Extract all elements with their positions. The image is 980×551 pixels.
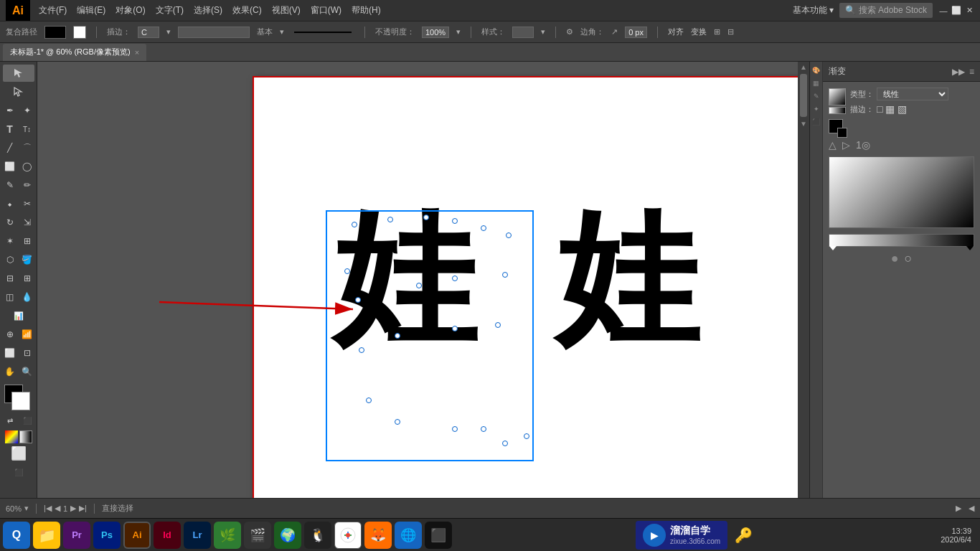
zoom-value[interactable]: 60% xyxy=(6,504,22,513)
taskbar-app10[interactable]: 🐧 xyxy=(304,522,331,549)
ellipse-tool[interactable]: ◯ xyxy=(19,158,35,175)
fill-swatch[interactable] xyxy=(44,26,66,39)
gradient-tool[interactable]: ◫ xyxy=(2,288,18,306)
taskbar-indesign[interactable]: Id xyxy=(154,522,181,549)
artboard-tool[interactable]: ⬜ xyxy=(2,344,18,362)
direct-selection-tool[interactable] xyxy=(3,83,34,100)
interpolation-value[interactable]: C xyxy=(138,27,159,38)
taskbar-chrome[interactable] xyxy=(334,522,362,549)
curvature-tool[interactable]: ✦ xyxy=(19,102,35,119)
taskbar-qbrowser[interactable]: Q xyxy=(3,522,30,549)
gradient-swatch[interactable] xyxy=(829,88,846,105)
rotate-tool[interactable]: ↻ xyxy=(2,214,18,231)
page-next[interactable]: ▶ xyxy=(70,504,76,513)
taskbar-app7[interactable]: 🌿 xyxy=(214,522,241,549)
slice-tool[interactable]: ⊡ xyxy=(19,344,35,362)
pen-tool[interactable]: ✒ xyxy=(2,102,18,119)
tab-close-button[interactable]: × xyxy=(135,48,139,57)
taskbar-illustrator[interactable]: Ai xyxy=(123,522,151,549)
page-first[interactable]: |◀ xyxy=(44,504,52,513)
stroke-arrow[interactable]: ▾ xyxy=(280,27,284,37)
gradient-bar-mini[interactable] xyxy=(829,107,846,114)
arc-tool[interactable]: ⌒ xyxy=(19,139,35,156)
drawing-modes[interactable]: ⬛ xyxy=(3,463,34,481)
menu-help[interactable]: 帮助(H) xyxy=(347,3,385,18)
menu-object[interactable]: 对象(O) xyxy=(111,3,149,18)
maximize-button[interactable]: ⬜ xyxy=(951,6,961,16)
brushes-icon[interactable]: ✎ xyxy=(811,90,822,102)
scroll-thumb-vertical[interactable] xyxy=(800,74,807,117)
taskbar-maps[interactable]: 🌍 xyxy=(274,522,301,549)
taskbar-firefox[interactable]: 🦊 xyxy=(364,522,392,549)
close-button[interactable]: ✕ xyxy=(964,6,974,16)
gradient-reverse-icon[interactable]: ▷ xyxy=(842,139,850,151)
type-tool[interactable]: T xyxy=(2,121,18,138)
canvas-scroll-vertical[interactable]: ▲ ▼ xyxy=(798,62,809,507)
menu-text[interactable]: 文字(T) xyxy=(151,3,188,18)
status-playback[interactable]: ▶ xyxy=(956,504,961,513)
taskbar-network[interactable]: 🌐 xyxy=(395,522,422,549)
hand-tool[interactable]: ✋ xyxy=(2,363,18,380)
icon-circle1[interactable]: ● xyxy=(891,251,899,266)
stroke-icon-2[interactable]: ▦ xyxy=(885,103,895,115)
taskbar-premiere[interactable]: Pr xyxy=(63,522,90,549)
free-transform-tool[interactable]: ⊞ xyxy=(19,232,35,250)
menu-effect[interactable]: 效果(C) xyxy=(228,3,266,18)
touch-type-tool[interactable]: T↕ xyxy=(19,121,35,138)
transform-icon2[interactable]: ⊟ xyxy=(727,27,734,37)
none-button[interactable]: ⬜ xyxy=(3,445,34,462)
column-graph-tool[interactable]: 📶 xyxy=(19,326,35,343)
gradient-type-dropdown[interactable]: 线性 径向 xyxy=(877,88,948,100)
perspective-grid-tool[interactable]: ⊟ xyxy=(2,270,18,287)
swap-colors[interactable]: ⇄ xyxy=(2,412,18,429)
taskbar-app14[interactable]: ⬛ xyxy=(425,522,452,549)
gradient-button[interactable] xyxy=(19,430,32,443)
rectangle-tool[interactable]: ⬜ xyxy=(2,158,18,175)
scroll-down-arrow[interactable]: ▼ xyxy=(798,118,809,129)
page-prev[interactable]: ◀ xyxy=(55,504,60,513)
icon-circle2[interactable]: ○ xyxy=(905,251,913,266)
taskbar-explorer[interactable]: 📁 xyxy=(33,522,60,549)
stroke-swatch[interactable] xyxy=(73,26,86,39)
document-tab[interactable]: 未标题-1* @ 60% (RGB/像素预览) × xyxy=(3,44,146,61)
minimize-button[interactable]: — xyxy=(938,6,948,16)
stroke-icon-1[interactable]: □ xyxy=(877,103,882,115)
selection-tool[interactable] xyxy=(3,65,34,82)
zoom-arrow[interactable]: ▾ xyxy=(24,504,29,513)
style-swatch[interactable] xyxy=(512,27,534,38)
stroke-color-bar[interactable] xyxy=(178,27,250,38)
menu-window[interactable]: 窗口(W) xyxy=(306,3,346,18)
pencil-tool[interactable]: ✏ xyxy=(19,176,35,194)
gradient-bar-full[interactable] xyxy=(829,234,974,247)
symbols-icon[interactable]: ✦ xyxy=(811,103,822,115)
gradient-angle-icon[interactable]: △ xyxy=(829,139,837,151)
zoom-tool[interactable]: 🔍 xyxy=(19,363,35,380)
swatches-icon[interactable]: ▦ xyxy=(811,77,822,89)
eyedropper-tool[interactable]: 💧 xyxy=(19,288,35,306)
opacity-value[interactable]: 100% xyxy=(422,27,449,38)
blend-tool[interactable]: 📊 xyxy=(3,307,34,324)
panel-options-icon[interactable]: ≡ xyxy=(969,67,974,77)
live-paint-tool[interactable]: 🪣 xyxy=(19,251,35,268)
scissors-tool[interactable]: ✂ xyxy=(19,195,35,212)
menu-view[interactable]: 视图(V) xyxy=(268,3,305,18)
stop-left[interactable] xyxy=(829,246,837,250)
scale-tool[interactable]: ⇲ xyxy=(19,214,35,231)
panel-menu-icon[interactable]: ▶▶ xyxy=(952,67,965,77)
gradient-more-icon[interactable]: 1◎ xyxy=(856,139,870,151)
transform-icon1[interactable]: ⊞ xyxy=(714,27,720,37)
workspace-selector[interactable]: 基本功能 ▾ xyxy=(793,4,834,17)
scroll-up-arrow[interactable]: ▲ xyxy=(798,62,809,72)
default-colors[interactable]: ⬛ xyxy=(19,412,35,429)
eraser-tool[interactable]: ⬥ xyxy=(2,195,18,212)
menu-file[interactable]: 文件(F) xyxy=(34,3,71,18)
black-stop-overlay[interactable] xyxy=(837,128,847,138)
align-label[interactable]: 对齐 xyxy=(668,27,684,37)
stop-right[interactable] xyxy=(966,246,974,250)
mesh-tool[interactable]: ⊞ xyxy=(19,270,35,287)
line-segment-tool[interactable]: ╱ xyxy=(2,139,18,156)
taskbar-photoshop[interactable]: Ps xyxy=(93,522,121,549)
stroke-color[interactable] xyxy=(11,392,30,410)
color-button[interactable] xyxy=(5,430,18,443)
menu-select[interactable]: 选择(S) xyxy=(189,3,227,18)
